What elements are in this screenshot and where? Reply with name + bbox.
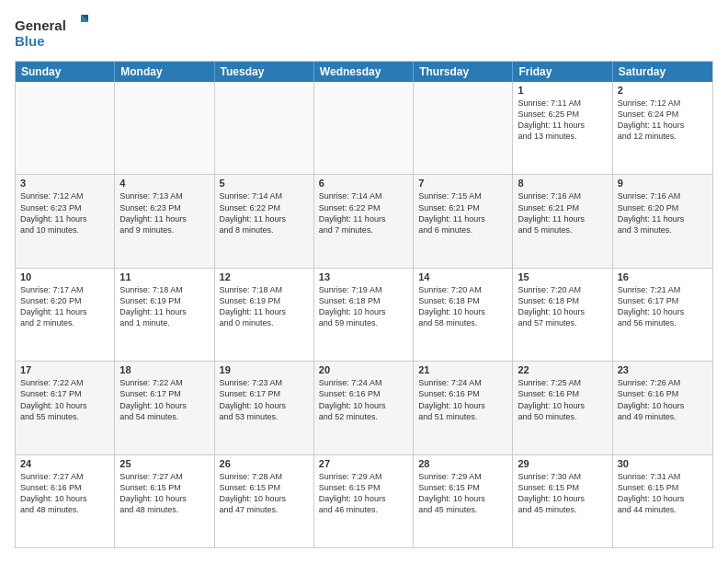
day-info: Sunrise: 7:28 AMSunset: 6:15 PMDaylight:… <box>220 471 309 516</box>
calendar-cell: 2Sunrise: 7:12 AMSunset: 6:24 PMDaylight… <box>613 82 712 174</box>
calendar-cell: 4Sunrise: 7:13 AMSunset: 6:23 PMDaylight… <box>115 175 214 267</box>
calendar-cell: 18Sunrise: 7:22 AMSunset: 6:17 PMDayligh… <box>115 362 214 454</box>
calendar-cell: 11Sunrise: 7:18 AMSunset: 6:19 PMDayligh… <box>115 269 214 361</box>
calendar-cell: 12Sunrise: 7:18 AMSunset: 6:19 PMDayligh… <box>215 269 314 361</box>
calendar-cell <box>115 82 214 174</box>
weekday-header-wednesday: Wednesday <box>314 62 414 82</box>
day-number: 28 <box>418 458 507 469</box>
weekday-header-tuesday: Tuesday <box>215 62 314 82</box>
day-number: 15 <box>518 271 607 282</box>
calendar-cell: 15Sunrise: 7:20 AMSunset: 6:18 PMDayligh… <box>513 269 612 361</box>
day-info: Sunrise: 7:14 AMSunset: 6:22 PMDaylight:… <box>220 190 309 236</box>
day-number: 2 <box>618 85 708 96</box>
day-number: 13 <box>319 271 408 282</box>
day-info: Sunrise: 7:25 AMSunset: 6:16 PMDaylight:… <box>518 377 607 422</box>
calendar-row-4: 17Sunrise: 7:22 AMSunset: 6:17 PMDayligh… <box>16 361 712 454</box>
day-info: Sunrise: 7:27 AMSunset: 6:15 PMDaylight:… <box>119 471 209 516</box>
day-info: Sunrise: 7:13 AMSunset: 6:23 PMDaylight:… <box>119 190 209 236</box>
calendar-cell: 23Sunrise: 7:26 AMSunset: 6:16 PMDayligh… <box>613 362 712 454</box>
day-info: Sunrise: 7:20 AMSunset: 6:18 PMDaylight:… <box>518 284 607 329</box>
calendar-cell: 1Sunrise: 7:11 AMSunset: 6:25 PMDaylight… <box>513 82 612 174</box>
day-number: 3 <box>20 178 109 189</box>
day-number: 4 <box>119 178 209 189</box>
day-number: 8 <box>518 178 607 189</box>
calendar-cell: 24Sunrise: 7:27 AMSunset: 6:16 PMDayligh… <box>16 455 115 547</box>
day-info: Sunrise: 7:11 AMSunset: 6:25 PMDaylight:… <box>518 98 607 143</box>
calendar-cell: 6Sunrise: 7:14 AMSunset: 6:22 PMDaylight… <box>314 175 414 267</box>
calendar-cell <box>414 82 513 174</box>
calendar-cell: 21Sunrise: 7:24 AMSunset: 6:16 PMDayligh… <box>414 362 513 454</box>
weekday-header-sunday: Sunday <box>16 62 115 82</box>
day-info: Sunrise: 7:12 AMSunset: 6:24 PMDaylight:… <box>618 98 708 143</box>
day-info: Sunrise: 7:15 AMSunset: 6:21 PMDaylight:… <box>418 190 507 236</box>
day-number: 23 <box>618 364 708 375</box>
day-number: 29 <box>518 458 607 469</box>
calendar-cell: 17Sunrise: 7:22 AMSunset: 6:17 PMDayligh… <box>16 362 115 454</box>
day-number: 1 <box>518 85 607 96</box>
day-info: Sunrise: 7:16 AMSunset: 6:21 PMDaylight:… <box>518 190 607 236</box>
day-number: 20 <box>319 364 408 375</box>
day-number: 19 <box>220 364 309 375</box>
calendar-cell: 8Sunrise: 7:16 AMSunset: 6:21 PMDaylight… <box>513 175 612 267</box>
calendar-header: SundayMondayTuesdayWednesdayThursdayFrid… <box>16 62 712 82</box>
day-info: Sunrise: 7:30 AMSunset: 6:15 PMDaylight:… <box>518 471 607 516</box>
day-number: 21 <box>418 364 507 375</box>
day-number: 24 <box>20 458 109 469</box>
day-info: Sunrise: 7:29 AMSunset: 6:15 PMDaylight:… <box>319 471 408 516</box>
day-number: 6 <box>319 178 408 189</box>
day-number: 12 <box>220 271 309 282</box>
day-info: Sunrise: 7:18 AMSunset: 6:19 PMDaylight:… <box>220 284 309 329</box>
day-info: Sunrise: 7:18 AMSunset: 6:19 PMDaylight:… <box>119 284 209 329</box>
day-info: Sunrise: 7:29 AMSunset: 6:15 PMDaylight:… <box>418 471 507 516</box>
weekday-header-friday: Friday <box>513 62 612 82</box>
day-number: 14 <box>418 271 507 282</box>
calendar-cell: 20Sunrise: 7:24 AMSunset: 6:16 PMDayligh… <box>314 362 414 454</box>
day-number: 11 <box>119 271 209 282</box>
calendar-row-3: 10Sunrise: 7:17 AMSunset: 6:20 PMDayligh… <box>16 268 712 361</box>
day-number: 26 <box>220 458 309 469</box>
calendar-cell: 19Sunrise: 7:23 AMSunset: 6:17 PMDayligh… <box>215 362 314 454</box>
calendar-row-2: 3Sunrise: 7:12 AMSunset: 6:23 PMDaylight… <box>16 174 712 267</box>
day-number: 16 <box>618 271 708 282</box>
calendar-row-5: 24Sunrise: 7:27 AMSunset: 6:16 PMDayligh… <box>16 454 712 547</box>
day-info: Sunrise: 7:24 AMSunset: 6:16 PMDaylight:… <box>319 377 408 422</box>
header: General Blue <box>15 15 713 52</box>
calendar-cell: 28Sunrise: 7:29 AMSunset: 6:15 PMDayligh… <box>414 455 513 547</box>
calendar-cell: 7Sunrise: 7:15 AMSunset: 6:21 PMDaylight… <box>414 175 513 267</box>
calendar-body: 1Sunrise: 7:11 AMSunset: 6:25 PMDaylight… <box>16 82 712 547</box>
svg-text:Blue: Blue <box>15 33 45 49</box>
day-number: 10 <box>20 271 109 282</box>
day-number: 27 <box>319 458 408 469</box>
calendar-cell: 30Sunrise: 7:31 AMSunset: 6:15 PMDayligh… <box>613 455 712 547</box>
day-number: 22 <box>518 364 607 375</box>
calendar-cell <box>314 82 414 174</box>
calendar-row-1: 1Sunrise: 7:11 AMSunset: 6:25 PMDaylight… <box>16 82 712 174</box>
day-info: Sunrise: 7:24 AMSunset: 6:16 PMDaylight:… <box>418 377 507 422</box>
page: General Blue SundayMondayTuesdayWednesda… <box>0 0 728 563</box>
day-info: Sunrise: 7:22 AMSunset: 6:17 PMDaylight:… <box>119 377 209 422</box>
day-info: Sunrise: 7:19 AMSunset: 6:18 PMDaylight:… <box>319 284 408 329</box>
day-info: Sunrise: 7:22 AMSunset: 6:17 PMDaylight:… <box>20 377 109 422</box>
weekday-header-thursday: Thursday <box>414 62 513 82</box>
day-number: 5 <box>220 178 309 189</box>
day-info: Sunrise: 7:14 AMSunset: 6:22 PMDaylight:… <box>319 190 408 236</box>
calendar-cell: 22Sunrise: 7:25 AMSunset: 6:16 PMDayligh… <box>513 362 612 454</box>
calendar-cell: 10Sunrise: 7:17 AMSunset: 6:20 PMDayligh… <box>16 269 115 361</box>
calendar-cell <box>215 82 314 174</box>
day-info: Sunrise: 7:23 AMSunset: 6:17 PMDaylight:… <box>220 377 309 422</box>
calendar-cell: 26Sunrise: 7:28 AMSunset: 6:15 PMDayligh… <box>215 455 314 547</box>
day-info: Sunrise: 7:21 AMSunset: 6:17 PMDaylight:… <box>618 284 708 329</box>
day-number: 17 <box>20 364 109 375</box>
day-info: Sunrise: 7:27 AMSunset: 6:16 PMDaylight:… <box>20 471 109 516</box>
day-info: Sunrise: 7:17 AMSunset: 6:20 PMDaylight:… <box>20 284 109 329</box>
calendar-cell: 27Sunrise: 7:29 AMSunset: 6:15 PMDayligh… <box>314 455 414 547</box>
day-info: Sunrise: 7:31 AMSunset: 6:15 PMDaylight:… <box>618 471 708 516</box>
day-info: Sunrise: 7:26 AMSunset: 6:16 PMDaylight:… <box>618 377 708 422</box>
weekday-header-monday: Monday <box>115 62 214 82</box>
calendar-cell: 14Sunrise: 7:20 AMSunset: 6:18 PMDayligh… <box>414 269 513 361</box>
calendar-cell: 5Sunrise: 7:14 AMSunset: 6:22 PMDaylight… <box>215 175 314 267</box>
weekday-header-saturday: Saturday <box>613 62 712 82</box>
day-info: Sunrise: 7:20 AMSunset: 6:18 PMDaylight:… <box>418 284 507 329</box>
calendar-cell: 25Sunrise: 7:27 AMSunset: 6:15 PMDayligh… <box>115 455 214 547</box>
day-number: 18 <box>119 364 209 375</box>
